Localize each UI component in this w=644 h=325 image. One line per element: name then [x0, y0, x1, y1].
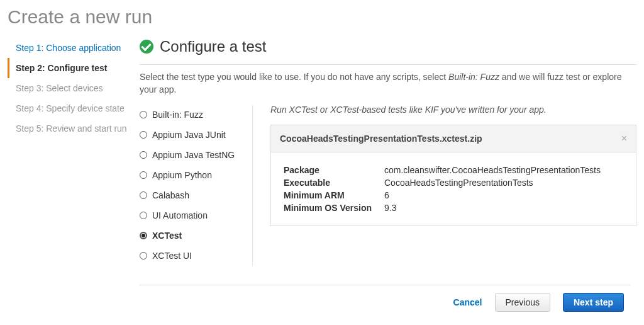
desc-pre: Select the test type you would like to u… [140, 72, 448, 82]
package-label: Package [284, 165, 384, 175]
main-panel: Configure a test Select the test type yo… [140, 38, 636, 312]
test-option-label: UI Automation [152, 210, 208, 220]
min-os-label: Minimum OS Version [284, 203, 384, 213]
step-select-devices: Step 3: Select devices [8, 78, 128, 98]
section-title: Configure a test [160, 38, 266, 55]
test-option-label: Built-in: Fuzz [152, 110, 203, 120]
test-option-appium-python[interactable]: Appium Python [140, 165, 246, 185]
radio-icon [140, 151, 147, 159]
test-option-ui-automation[interactable]: UI Automation [140, 205, 246, 225]
close-icon[interactable]: × [621, 133, 627, 144]
step-specify-device-state: Step 4: Specify device state [8, 98, 128, 118]
radio-icon [140, 252, 147, 259]
test-option-calabash[interactable]: Calabash [140, 185, 246, 205]
min-arm-label: Minimum ARM [284, 190, 384, 200]
test-option-xctest[interactable]: XCTest [140, 225, 246, 246]
test-option-label: XCTest [152, 231, 182, 241]
radio-icon [140, 191, 147, 199]
wizard-steps: Step 1: Choose application Step 2: Confi… [8, 38, 140, 312]
radio-icon [140, 232, 147, 239]
page-title: Create a new run [0, 0, 644, 38]
divider [140, 64, 636, 65]
step-review-start: Step 5: Review and start run [8, 118, 128, 139]
step-configure-test[interactable]: Step 2: Configure test [8, 58, 128, 78]
test-option-appium-java-junit[interactable]: Appium Java JUnit [140, 125, 246, 145]
test-option-xctest-ui[interactable]: XCTest UI [140, 246, 246, 266]
previous-button[interactable]: Previous [495, 293, 550, 312]
test-option-label: Appium Java JUnit [152, 130, 226, 140]
cancel-button[interactable]: Cancel [453, 297, 482, 307]
next-step-button[interactable]: Next step [563, 293, 624, 312]
test-detail: Run XCTest or XCTest-based tests like KI… [253, 105, 636, 266]
test-option-appium-java-testng[interactable]: Appium Java TestNG [140, 145, 246, 165]
success-icon [140, 40, 153, 54]
test-type-list: Built-in: Fuzz Appium Java JUnit Appium … [140, 105, 253, 266]
radio-icon [140, 171, 147, 179]
desc-em: Built-in: Fuzz [448, 72, 499, 82]
package-value: com.cleanswifter.CocoaHeadsTestingPresen… [384, 165, 601, 175]
radio-icon [140, 131, 147, 139]
test-option-label: Appium Java TestNG [152, 150, 235, 160]
test-detail-headline: Run XCTest or XCTest-based tests like KI… [270, 105, 636, 115]
radio-icon [140, 111, 147, 118]
min-os-value: 9.3 [384, 203, 396, 213]
executable-value: CocoaHeadsTestingPresentationTests [384, 178, 533, 188]
test-option-label: Calabash [152, 190, 189, 200]
uploaded-file-panel: CocoaHeadsTestingPresentationTests.xctes… [270, 125, 636, 226]
min-arm-value: 6 [384, 190, 389, 200]
test-option-label: Appium Python [152, 170, 212, 180]
test-option-builtin-fuzz[interactable]: Built-in: Fuzz [140, 105, 246, 125]
step-choose-application[interactable]: Step 1: Choose application [8, 38, 128, 58]
radio-icon [140, 212, 147, 219]
section-description: Select the test type you would like to u… [140, 71, 636, 105]
test-option-label: XCTest UI [152, 251, 192, 261]
footer-actions: Cancel Previous Next step [140, 285, 630, 312]
executable-label: Executable [284, 178, 384, 188]
uploaded-file-name: CocoaHeadsTestingPresentationTests.xctes… [280, 134, 482, 144]
